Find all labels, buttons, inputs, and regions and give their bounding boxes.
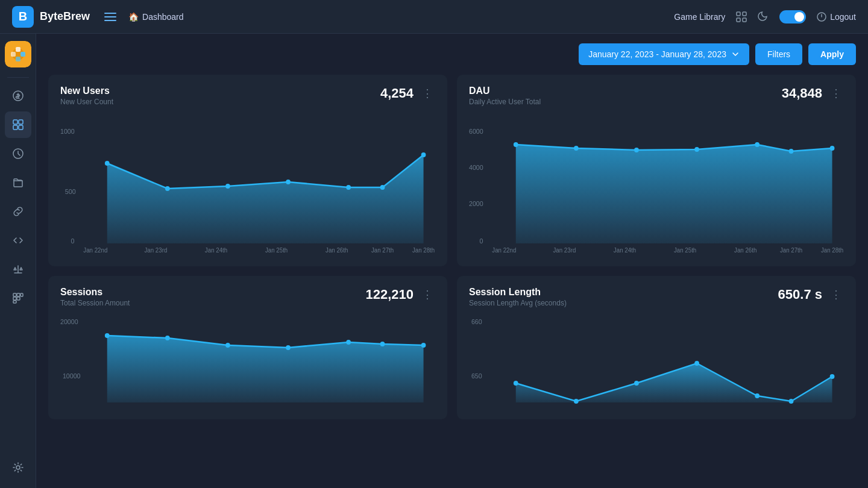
svg-text:Jan 24th: Jan 24th (205, 247, 227, 254)
theme-toggle-button[interactable] (758, 10, 769, 23)
logout-button[interactable]: Logout (817, 12, 856, 22)
grid-view-button[interactable] (736, 11, 747, 22)
toolbar: January 22, 2023 - January 28, 2023 Filt… (48, 43, 856, 65)
sidebar-item-code[interactable] (5, 227, 31, 254)
svg-text:Jan 22nd: Jan 22nd (492, 247, 516, 254)
dashboard-nav: 🏠 Dashboard (128, 12, 184, 22)
svg-rect-12 (13, 120, 17, 124)
grid-icon (736, 11, 747, 22)
svg-text:0: 0 (479, 237, 483, 245)
svg-text:10000: 10000 (63, 372, 81, 380)
sidebar-item-settings[interactable] (5, 454, 31, 481)
svg-rect-9 (20, 52, 25, 57)
svg-point-30 (286, 180, 291, 184)
svg-point-75 (789, 399, 794, 404)
svg-point-49 (755, 142, 760, 147)
svg-point-61 (105, 333, 110, 338)
sidebar (0, 34, 36, 488)
sidebar-item-scale[interactable] (5, 256, 31, 283)
dau-chart: 6000 4000 2000 0 (469, 111, 844, 258)
dau-svg: 6000 4000 2000 0 (469, 111, 844, 255)
game-library-link[interactable]: Game Library (674, 12, 725, 22)
svg-rect-15 (19, 125, 23, 130)
svg-text:0: 0 (71, 237, 74, 245)
svg-rect-18 (17, 293, 20, 296)
sidebar-item-grid[interactable] (5, 111, 31, 138)
logo-box: B (12, 6, 34, 28)
date-range-button[interactable]: January 22, 2023 - January 28, 2023 (579, 43, 749, 65)
svg-point-70 (514, 381, 518, 386)
svg-point-76 (830, 374, 835, 379)
svg-point-62 (165, 336, 170, 340)
new-users-title: New Users (60, 86, 113, 96)
charts-grid: New Users New User Count 4,254 ⋮ 1000 50… (48, 75, 856, 419)
sidebar-item-link[interactable] (5, 198, 31, 225)
main-content: January 22, 2023 - January 28, 2023 Filt… (36, 34, 868, 488)
svg-point-74 (755, 393, 760, 398)
svg-text:660: 660 (471, 318, 482, 325)
svg-rect-19 (20, 293, 23, 296)
svg-point-33 (421, 152, 426, 157)
svg-point-23 (16, 466, 20, 469)
sidebar-game-icon[interactable] (5, 41, 31, 67)
session-length-subtitle: Session Length Avg (seconds) (469, 299, 567, 307)
svg-text:Jan 23rd: Jan 23rd (145, 247, 168, 254)
svg-point-46 (574, 146, 579, 151)
svg-text:Jan 25th: Jan 25th (674, 247, 696, 254)
sessions-subtitle: Total Session Amount (60, 299, 130, 307)
home-icon: 🏠 (128, 12, 139, 22)
sessions-chart: 20000 10000 (60, 312, 435, 411)
new-users-more-button[interactable]: ⋮ (420, 87, 435, 100)
sidebar-item-dollar[interactable] (5, 83, 31, 109)
session-length-title: Session Length (469, 287, 567, 298)
filters-label: Filters (767, 49, 790, 59)
apply-label: Apply (820, 49, 844, 59)
new-users-subtitle: New User Count (60, 98, 113, 106)
svg-text:650: 650 (471, 372, 482, 380)
svg-point-28 (165, 186, 170, 191)
nav-right: Game Library Logout (674, 10, 856, 23)
svg-text:6000: 6000 (469, 128, 483, 135)
svg-rect-13 (19, 120, 23, 124)
svg-rect-2 (737, 18, 740, 22)
dashboard-label: Dashboard (142, 12, 184, 22)
svg-rect-14 (13, 125, 17, 130)
session-length-more-button[interactable]: ⋮ (828, 288, 844, 301)
svg-text:Jan 28th: Jan 28th (412, 247, 435, 254)
dau-more-button[interactable]: ⋮ (828, 87, 844, 100)
sidebar-item-clock[interactable] (5, 140, 31, 167)
sidebar-item-folder[interactable] (5, 169, 31, 196)
svg-point-64 (286, 345, 291, 350)
main-layout: January 22, 2023 - January 28, 2023 Filt… (0, 34, 868, 488)
sessions-value: 122,210 (365, 287, 414, 302)
svg-point-63 (225, 343, 230, 348)
svg-point-27 (105, 161, 110, 166)
logout-label: Logout (830, 12, 856, 22)
chevron-down-icon (731, 50, 740, 58)
sessions-card: Sessions Total Session Amount 122,210 ⋮ … (48, 276, 447, 419)
svg-text:Jan 25th: Jan 25th (265, 247, 288, 254)
filters-button[interactable]: Filters (755, 43, 802, 65)
sidebar-item-apps[interactable] (5, 285, 31, 311)
dau-title: DAU (469, 86, 541, 96)
svg-point-66 (380, 342, 385, 346)
sessions-more-button[interactable]: ⋮ (420, 288, 435, 301)
svg-text:1000: 1000 (60, 128, 75, 135)
apply-button[interactable]: Apply (808, 43, 856, 65)
svg-text:Jan 26th: Jan 26th (734, 247, 756, 254)
active-toggle[interactable] (779, 10, 806, 23)
logo-area: B ByteBrew (12, 6, 90, 28)
svg-rect-17 (13, 293, 16, 296)
dau-subtitle: Daily Active User Total (469, 98, 541, 106)
svg-point-45 (514, 142, 518, 147)
sidebar-divider (7, 77, 29, 78)
hamburger-button[interactable] (102, 10, 119, 23)
moon-icon (758, 10, 769, 21)
svg-rect-3 (743, 18, 746, 22)
svg-text:Jan 28th: Jan 28th (821, 247, 843, 254)
new-users-chart: 1000 500 0 (60, 111, 435, 258)
svg-point-31 (346, 185, 351, 190)
svg-point-73 (694, 361, 699, 366)
top-nav: B ByteBrew 🏠 Dashboard Game Library (0, 0, 868, 34)
session-length-value: 650.7 s (778, 287, 822, 302)
